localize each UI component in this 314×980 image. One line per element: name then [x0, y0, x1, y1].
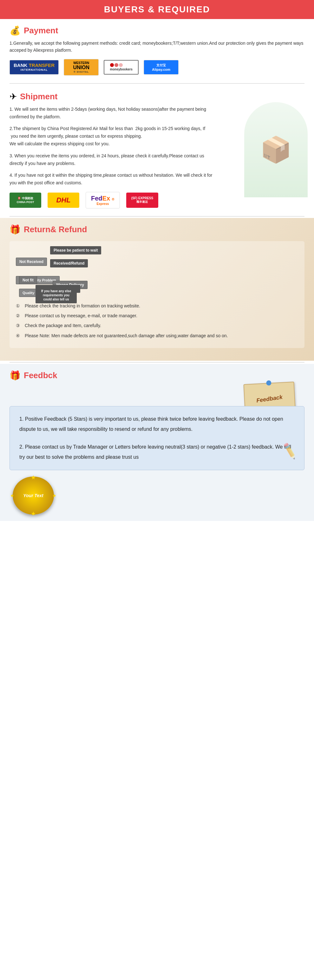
badge-text: Your Text [23, 493, 43, 498]
feedback-icon: 🎁 [10, 370, 21, 381]
refund-list: ① Please check the tracking in formation… [16, 302, 298, 340]
alipay-logo: 支付宝 Alipay.com [144, 60, 179, 75]
received-refund-node: Received/Refund [50, 259, 88, 267]
refund-list-item-2: ② Please contact us by meesage, e-mail, … [16, 312, 298, 320]
dhl-logo: DHL [48, 192, 79, 208]
fedex-logo: FedEx ® Express [86, 192, 120, 208]
shipment-point-3: 3. When you receive the items you ordere… [10, 152, 213, 167]
payment-description: 1.Generally, we accept the following pay… [10, 40, 304, 54]
refund-section: 🎁 Return& Refund Not Received [0, 218, 314, 361]
if-you-have-node: If you have any else requirements you co… [35, 287, 77, 303]
not-fit-node: Not fit [19, 276, 37, 284]
not-received-node: Not Received [16, 258, 47, 266]
shipment-section: 📦 ✈ Shipment 1. We will sent the items w… [0, 85, 314, 215]
gold-badge: ★ ★ ★ ★ Your Text [13, 477, 54, 515]
shipment-content: 1. We will sent the items within 2-5days… [10, 106, 304, 187]
flowchart: Not Received On the Way ▶ [10, 241, 304, 348]
western-union-logo: WESTERN UNION ® DIGITAL [64, 59, 98, 75]
payment-logos: BANK TRANSFER INTERNATIONAL WESTERN UNIO… [10, 59, 304, 75]
shipment-icon: ✈ [10, 91, 17, 102]
refund-icon: 🎁 [10, 224, 21, 235]
shipment-point-2: 2.The shipment by China Post Registered … [10, 125, 213, 148]
shipment-title: Shipment [20, 92, 57, 102]
feedback-paragraph-2: 2. Please contact us by Trade Manager or… [19, 442, 295, 462]
shipment-point-4: 4. If you have not got it within the shi… [10, 172, 213, 187]
payment-icon: 💰 [10, 25, 21, 36]
refund-list-item-3: ③ Check the package and Item, carefully. [16, 322, 298, 329]
feedback-paragraph-1: 1. Positive Feedback (5 Stars) is very i… [19, 414, 295, 434]
feedback-content: 1. Positive Feedback (5 Stars) is very i… [10, 406, 304, 470]
feedback-section: 🎁 Feedbck Feedback 1. Positive Feedback … [0, 364, 314, 521]
refund-title: Return& Refund [24, 224, 87, 234]
payment-title: Payment [24, 26, 58, 35]
pencil-icon: ✏️ [279, 436, 301, 465]
payment-section: 💰 Payment 1.Generally, we accept the fol… [0, 19, 314, 82]
please-be-patient-node: Please be patient to wait [50, 246, 101, 255]
refund-list-item-4: ④ Please Note: Men made defects are not … [16, 332, 298, 340]
bank-transfer-logo: BANK TRANSFER INTERNATIONAL [10, 60, 59, 75]
shipment-point-1: 1. We will sent the items within 2-5days… [10, 106, 213, 121]
sf-express-logo: (SF) EXPRESS 顺丰速运 [126, 192, 158, 208]
page-header: BUYERS & REQUIRED [0, 0, 314, 19]
china-post-logo: 📮 中国邮政 CHINA POST [10, 192, 41, 208]
feedback-title: Feedbck [24, 371, 57, 380]
page-title: BUYERS & REQUIRED [0, 5, 314, 14]
feedback-note-text: Feedback [256, 394, 283, 404]
moneybookers-logo: moneybookers [104, 60, 139, 75]
